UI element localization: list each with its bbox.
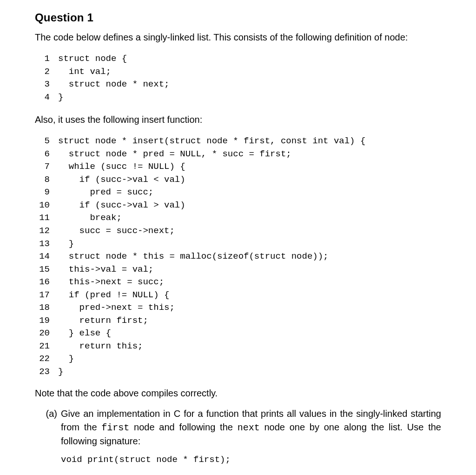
line-number: 15 — [35, 263, 50, 276]
line-number: 4 — [35, 91, 50, 104]
code-line: 8 if (succ->val < val) — [35, 174, 441, 187]
code-line: 3 struct node * next; — [35, 78, 441, 91]
line-number: 21 — [35, 340, 50, 353]
code-line: 13 } — [35, 238, 441, 251]
line-number: 16 — [35, 276, 50, 289]
code-text: struct node { — [58, 53, 127, 66]
code-line: 16 this->next = succ; — [35, 276, 441, 289]
line-number: 19 — [35, 314, 50, 328]
code-line: 14 struct node * this = malloc(sizeof(st… — [35, 250, 441, 263]
code-text: struct node * insert(struct node * first… — [58, 135, 365, 148]
line-number: 7 — [35, 161, 50, 174]
code-line: 6 struct node * pred = NULL, * succ = fi… — [35, 148, 441, 161]
code-line: 22 } — [35, 353, 441, 366]
code-text: if (succ->val < val) — [58, 174, 185, 187]
mid-paragraph: Also, it uses the following insert funct… — [35, 113, 441, 127]
code-line: 23} — [35, 366, 441, 379]
intro-paragraph: The code below defines a singly-linked l… — [35, 31, 441, 44]
document-page: Question 1 The code below defines a sing… — [0, 0, 476, 475]
code-text: struct node * this = malloc(sizeof(struc… — [58, 250, 329, 263]
part-a-label: (a) — [35, 407, 61, 448]
line-number: 17 — [35, 289, 50, 302]
code-line: 12 succ = succ->next; — [35, 225, 441, 238]
code-text: succ = succ->next; — [58, 225, 175, 238]
code-line: 5struct node * insert(struct node * firs… — [35, 135, 441, 148]
question-title: Question 1 — [35, 11, 441, 24]
line-number: 2 — [35, 66, 50, 79]
code-text: this->val = val; — [58, 263, 153, 276]
line-number: 14 — [35, 250, 50, 263]
code-line: 9 pred = succ; — [35, 186, 441, 199]
code-text: struct node * pred = NULL, * succ = firs… — [58, 148, 291, 161]
line-number: 20 — [35, 327, 50, 340]
code-text: break; — [58, 212, 122, 225]
code-text: if (pred != NULL) { — [58, 289, 169, 302]
code-block-struct: 1struct node {2 int val;3 struct node * … — [35, 53, 441, 104]
code-text: if (succ->val > val) — [58, 199, 185, 212]
code-text: } — [58, 353, 74, 366]
line-number: 5 — [35, 135, 50, 148]
part-a: (a) Give an implementation in C for a fu… — [35, 407, 441, 448]
part-a-mid: node and following the — [129, 422, 237, 432]
function-signature: void print(struct node * first); — [61, 455, 441, 465]
line-number: 6 — [35, 148, 50, 161]
code-line: 2 int val; — [35, 66, 441, 79]
code-text: } else { — [58, 327, 111, 340]
line-number: 22 — [35, 353, 50, 366]
code-line: 7 while (succ != NULL) { — [35, 161, 441, 174]
code-line: 15 this->val = val; — [35, 263, 441, 276]
code-text: } — [58, 91, 63, 104]
line-number: 10 — [35, 199, 50, 212]
code-text: return this; — [58, 340, 143, 353]
code-line: 11 break; — [35, 212, 441, 225]
code-text: int val; — [58, 66, 111, 79]
part-a-text: Give an implementation in C for a functi… — [61, 407, 441, 448]
code-text: return first; — [58, 314, 148, 328]
code-text: while (succ != NULL) { — [58, 161, 185, 174]
code-text: } — [58, 366, 63, 379]
code-line: 4} — [35, 91, 441, 104]
code-line: 17 if (pred != NULL) { — [35, 289, 441, 302]
line-number: 8 — [35, 174, 50, 187]
code-text: this->next = succ; — [58, 276, 164, 289]
inline-code-first: first — [101, 422, 129, 433]
code-line: 20 } else { — [35, 327, 441, 340]
line-number: 3 — [35, 78, 50, 91]
code-line: 18 pred->next = this; — [35, 301, 441, 314]
line-number: 23 — [35, 366, 50, 379]
line-number: 13 — [35, 238, 50, 251]
code-block-insert: 5struct node * insert(struct node * firs… — [35, 135, 441, 378]
code-line: 21 return this; — [35, 340, 441, 353]
code-line: 19 return first; — [35, 314, 441, 328]
code-text: } — [58, 238, 74, 251]
code-text: pred->next = this; — [58, 301, 175, 314]
code-text: struct node * next; — [58, 78, 169, 91]
line-number: 11 — [35, 212, 50, 225]
code-line: 1struct node { — [35, 53, 441, 66]
note-paragraph: Note that the code above compiles correc… — [35, 388, 441, 399]
code-text: pred = succ; — [58, 186, 153, 199]
line-number: 18 — [35, 301, 50, 314]
line-number: 9 — [35, 186, 50, 199]
code-line: 10 if (succ->val > val) — [35, 199, 441, 212]
line-number: 12 — [35, 225, 50, 238]
inline-code-next: next — [238, 422, 260, 433]
line-number: 1 — [35, 53, 50, 66]
